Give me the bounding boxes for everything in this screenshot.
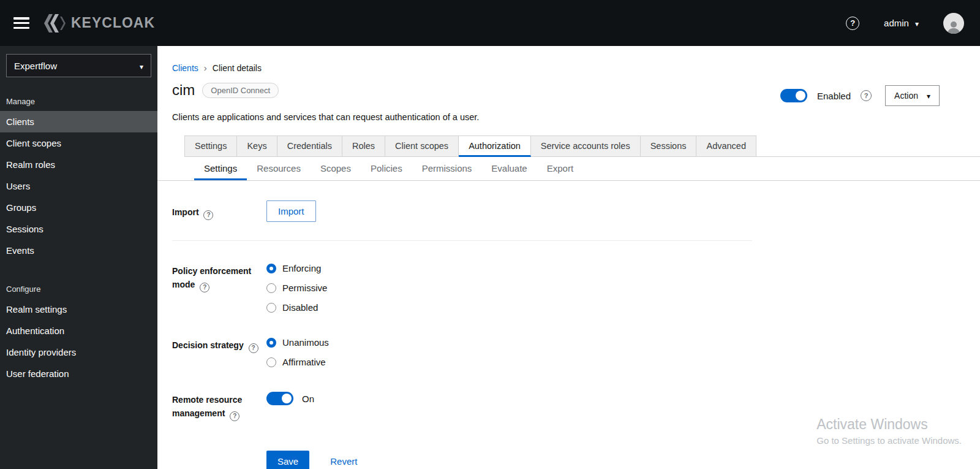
top-bar: KEYCLOAK admin xyxy=(0,0,980,46)
policy-enforcement-mode-label: Policy enforcement mode xyxy=(172,259,266,292)
decision-strategy-label-text: Decision strategy xyxy=(172,340,244,350)
decision-strategy-help-icon[interactable] xyxy=(249,343,258,353)
import-button[interactable]: Import xyxy=(266,200,316,222)
protocol-badge: OpenID Connect xyxy=(202,83,279,98)
watermark-subtitle: Go to Settings to activate Windows. xyxy=(816,435,962,446)
import-help-icon[interactable] xyxy=(203,210,213,220)
subtab-resources[interactable]: Resources xyxy=(247,157,311,180)
chevron-down-icon xyxy=(915,18,919,28)
keycloak-logo: KEYCLOAK xyxy=(43,14,155,32)
nav-section-configure: Configure xyxy=(0,278,157,299)
hamburger-menu-icon[interactable] xyxy=(13,17,29,29)
decision-strategy-options: Unanimous Affirmative xyxy=(266,334,965,367)
sidebar-item-sessions[interactable]: Sessions xyxy=(0,218,157,240)
nav-section-manage: Manage xyxy=(0,91,157,111)
sidebar-item-realm-roles[interactable]: Realm roles xyxy=(0,154,157,175)
import-row: Import Import xyxy=(172,200,965,222)
chevron-down-icon xyxy=(927,91,930,101)
subtab-evaluate[interactable]: Evaluate xyxy=(481,157,537,180)
radio-unanimous-label: Unanimous xyxy=(282,337,329,348)
radio-affirmative[interactable]: Affirmative xyxy=(266,357,965,367)
enabled-label: Enabled xyxy=(817,91,851,101)
radio-enforcing[interactable]: Enforcing xyxy=(266,263,965,273)
subtab-settings[interactable]: Settings xyxy=(194,157,247,180)
section-divider xyxy=(172,240,752,241)
policy-enforcement-mode-options: Enforcing Permissive Disabled xyxy=(266,259,965,313)
breadcrumb-current: Client details xyxy=(213,63,262,73)
sidebar-item-client-scopes[interactable]: Client scopes xyxy=(0,132,157,154)
tab-settings[interactable]: Settings xyxy=(184,135,237,157)
sidebar-item-realm-settings[interactable]: Realm settings xyxy=(0,299,157,320)
import-label-text: Import xyxy=(172,207,199,217)
main-content: Clients Client details cim OpenID Connec… xyxy=(157,46,980,469)
radio-affirmative-label: Affirmative xyxy=(282,357,326,367)
subtab-scopes[interactable]: Scopes xyxy=(311,157,361,180)
user-menu-label: admin xyxy=(884,18,909,28)
sidebar-item-groups[interactable]: Groups xyxy=(0,197,157,218)
radio-permissive-label: Permissive xyxy=(282,283,327,293)
action-dropdown-label: Action xyxy=(894,91,918,101)
tab-authorization[interactable]: Authorization xyxy=(459,135,531,157)
user-menu[interactable]: admin xyxy=(884,18,919,28)
radio-unchecked-icon xyxy=(266,303,276,313)
windows-activation-watermark: Activate Windows Go to Settings to activ… xyxy=(816,416,962,446)
sidebar-item-user-federation[interactable]: User federation xyxy=(0,363,157,384)
subtab-permissions[interactable]: Permissions xyxy=(412,157,482,180)
radio-enforcing-label: Enforcing xyxy=(282,263,321,273)
radio-unanimous[interactable]: Unanimous xyxy=(266,337,965,348)
authorization-subtabs: Settings Resources Scopes Policies Permi… xyxy=(157,157,980,181)
header-help-icon[interactable] xyxy=(846,17,859,30)
save-button[interactable]: Save xyxy=(266,451,309,469)
breadcrumb: Clients Client details xyxy=(157,46,980,73)
subtab-policies[interactable]: Policies xyxy=(361,157,412,180)
subtab-export[interactable]: Export xyxy=(537,157,583,180)
policy-enforcement-mode-row: Policy enforcement mode Enforcing Permis… xyxy=(172,259,965,313)
radio-disabled[interactable]: Disabled xyxy=(266,302,965,313)
brand-text: KEYCLOAK xyxy=(71,15,155,31)
sidebar-item-clients[interactable]: Clients xyxy=(0,111,157,132)
sidebar-item-authentication[interactable]: Authentication xyxy=(0,320,157,341)
import-label: Import xyxy=(172,200,266,220)
remote-resource-management-label: Remote resource management xyxy=(172,388,266,421)
avatar[interactable] xyxy=(943,13,964,34)
remote-resource-management-state: On xyxy=(302,394,314,404)
radio-checked-icon xyxy=(266,338,276,348)
sidebar: Expertflow Manage Clients Client scopes … xyxy=(0,46,157,469)
sidebar-nav: Manage Clients Client scopes Realm roles… xyxy=(0,91,157,384)
realm-selector[interactable]: Expertflow xyxy=(6,54,151,77)
tab-roles[interactable]: Roles xyxy=(342,135,385,157)
tab-sessions[interactable]: Sessions xyxy=(641,135,697,157)
radio-disabled-label: Disabled xyxy=(282,302,318,313)
decision-strategy-row: Decision strategy Unanimous Affirmative xyxy=(172,334,965,367)
breadcrumb-separator-icon xyxy=(204,63,207,73)
tab-client-scopes[interactable]: Client scopes xyxy=(385,135,459,157)
breadcrumb-clients-link[interactable]: Clients xyxy=(172,63,198,73)
radio-checked-icon xyxy=(266,264,276,273)
tab-advanced[interactable]: Advanced xyxy=(696,135,756,157)
person-icon xyxy=(946,20,961,34)
policy-enforcement-mode-label-text: Policy enforcement mode xyxy=(172,266,251,289)
page-description: Clients are applications and services th… xyxy=(157,106,980,122)
sidebar-item-identity-providers[interactable]: Identity providers xyxy=(0,341,157,363)
tab-service-accounts-roles[interactable]: Service accounts roles xyxy=(531,135,641,157)
action-dropdown-button[interactable]: Action xyxy=(885,85,940,106)
radio-unchecked-icon xyxy=(266,357,276,367)
tab-keys[interactable]: Keys xyxy=(237,135,277,157)
decision-strategy-label: Decision strategy xyxy=(172,334,266,353)
radio-permissive[interactable]: Permissive xyxy=(266,283,965,293)
client-detail-tabs: Settings Keys Credentials Roles Client s… xyxy=(184,135,980,157)
revert-link[interactable]: Revert xyxy=(330,456,357,467)
sidebar-item-events[interactable]: Events xyxy=(0,240,157,261)
radio-unchecked-icon xyxy=(266,283,276,293)
enabled-toggle[interactable] xyxy=(780,89,807,102)
policy-enforcement-mode-help-icon[interactable] xyxy=(200,283,209,292)
remote-resource-management-toggle[interactable] xyxy=(266,392,293,405)
page-title: cim xyxy=(172,82,195,99)
watermark-title: Activate Windows xyxy=(816,416,962,433)
remote-resource-management-help-icon[interactable] xyxy=(230,411,239,421)
sidebar-item-users[interactable]: Users xyxy=(0,175,157,197)
tabs-filler xyxy=(756,135,980,157)
tab-credentials[interactable]: Credentials xyxy=(277,135,342,157)
enabled-help-icon[interactable] xyxy=(861,90,872,101)
keycloak-logo-icon xyxy=(43,14,66,32)
